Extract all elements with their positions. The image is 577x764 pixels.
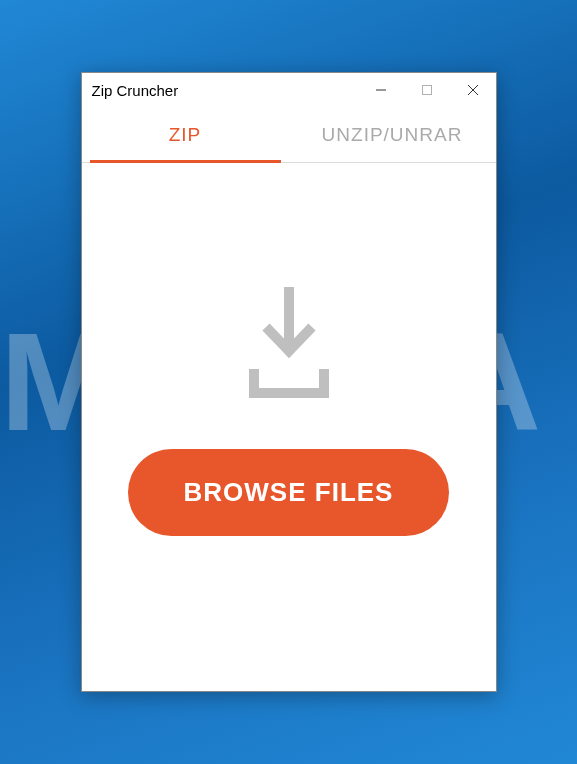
svg-rect-1: [422, 86, 431, 95]
titlebar-controls: [358, 73, 496, 107]
close-button[interactable]: [450, 73, 496, 107]
titlebar: Zip Cruncher: [82, 73, 496, 107]
browse-files-button[interactable]: BROWSE FILES: [128, 449, 450, 536]
maximize-icon: [421, 84, 433, 96]
tab-unzip-label: UNZIP/UNRAR: [322, 124, 463, 146]
close-icon: [467, 84, 479, 96]
tab-unzip[interactable]: UNZIP/UNRAR: [289, 107, 496, 162]
tab-zip[interactable]: ZIP: [82, 107, 289, 162]
minimize-icon: [375, 84, 387, 96]
tab-bar: ZIP UNZIP/UNRAR: [82, 107, 496, 163]
tab-zip-label: ZIP: [169, 124, 202, 146]
content-area: BROWSE FILES: [82, 163, 496, 691]
app-window: Zip Cruncher ZIP: [81, 72, 497, 692]
minimize-button[interactable]: [358, 73, 404, 107]
download-icon: [224, 279, 354, 409]
window-title: Zip Cruncher: [92, 82, 179, 99]
maximize-button[interactable]: [404, 73, 450, 107]
